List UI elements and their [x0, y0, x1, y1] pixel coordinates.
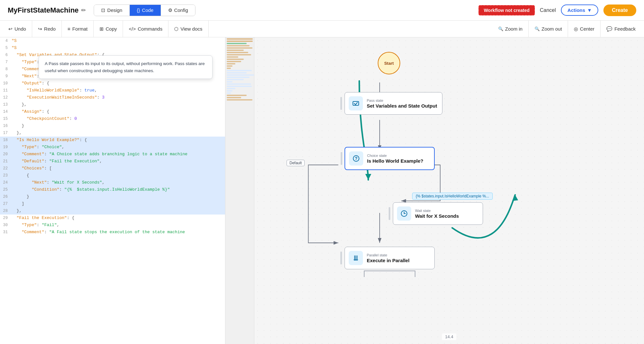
tooltip-box: A Pass state passes its input to its out… [39, 55, 213, 79]
start-label: Start [384, 61, 394, 66]
diagram-svg [254, 37, 644, 344]
choice-state-text: Choice state Is Hello World Example? [367, 154, 429, 164]
parallel-split-left [364, 271, 365, 277]
code-line: 17 }, [0, 129, 225, 137]
create-button[interactable]: Create [603, 5, 636, 16]
code-line: 16 } [0, 122, 225, 129]
code-line-highlighted: 19 "Type": "Choice", [0, 144, 225, 151]
code-line: 5 "S [0, 44, 225, 52]
copy-button[interactable]: ⊞ Copy [94, 21, 123, 37]
code-line-highlighted: 23 { [0, 172, 225, 179]
parallel-split-line [364, 271, 415, 271]
center-icon: ◎ [574, 26, 578, 32]
zoomout-icon: 🔍 [535, 26, 540, 31]
code-line-highlighted: 25 "Condition": "{% $states.input.IsHell… [0, 186, 225, 193]
toolbar-right: 🔍 Zoom in 🔍 Zoom out ◎ Center 💬 Feedback [492, 21, 641, 37]
app-title: MyFirstStateMachine [8, 6, 79, 14]
code-line-highlighted: 18 "Is Hello World Example?": { [0, 137, 225, 144]
drag-handle [389, 207, 390, 220]
code-line-highlighted: 28 }, [0, 207, 225, 215]
code-editor[interactable]: 4 "S 5 "S 6 "Set Variables and State Out… [0, 37, 225, 344]
feedback-button[interactable]: 💬 Feedback [601, 21, 641, 37]
commands-icon: </> [129, 26, 136, 32]
code-line: 12 "ExecutionWaitTimeInSeconds": 3 [0, 94, 225, 101]
code-line: 11 "IsHelloWorldExample": true, [0, 87, 225, 94]
code-line-highlighted: 22 "Choices": [ [0, 165, 225, 172]
header: MyFirstStateMachine ✏ ⊡ Design {} Code ⚙… [0, 0, 644, 21]
canvas-panel[interactable]: Start Pass state Set Variables and State… [254, 37, 644, 344]
pass-state-text: Pass state Set Variables and State Outpu… [367, 99, 437, 109]
code-line: 10 "Output": { [0, 80, 225, 87]
pass-state-node[interactable]: Pass state Set Variables and State Outpu… [345, 92, 442, 115]
main-area: A Pass state passes its input to its out… [0, 37, 644, 344]
undo-icon: ↩ [8, 26, 13, 32]
drag-handle [340, 252, 342, 264]
header-actions: Workflow not created Cancel Actions ▼ Cr… [478, 5, 636, 16]
parallel-state-text: Parallel state Execute in Parallel [367, 253, 429, 263]
cancel-button[interactable]: Cancel [540, 7, 556, 13]
zoomin-icon: 🔍 [498, 26, 503, 31]
code-line: 4 "S [0, 37, 225, 44]
undo-button[interactable]: ↩ Undo [3, 21, 32, 37]
actions-label: Actions [567, 7, 585, 13]
viewdocs-icon: ⬡ [174, 26, 178, 32]
edit-icon[interactable]: ✏ [81, 7, 86, 14]
code-line-highlighted: 27 ] [0, 200, 225, 207]
parallel-split-right [415, 271, 415, 277]
chevron-down-icon: ▼ [587, 7, 592, 13]
code-panel: A Pass state passes its input to its out… [0, 37, 225, 344]
format-icon: ≡ [68, 26, 71, 32]
drag-handle [340, 97, 342, 110]
tab-config[interactable]: ⚙ Config [161, 5, 195, 16]
center-button[interactable]: ◎ Center [568, 21, 601, 37]
tab-group: ⊡ Design {} Code ⚙ Config [94, 5, 195, 16]
parallel-state-icon [349, 251, 363, 265]
code-line: 29 "Fail the Execution": { [0, 215, 225, 222]
drag-handle [341, 152, 342, 165]
svg-text:?: ? [355, 156, 358, 161]
code-line-highlighted: 21 "Default": "Fail the Execution", [0, 158, 225, 165]
actions-button[interactable]: Actions ▼ [561, 5, 598, 16]
code-icon: {} [137, 7, 140, 13]
redo-icon: ↪ [38, 26, 42, 32]
wait-state-node[interactable]: Wait state Wait for X Seconds [393, 202, 483, 225]
tab-code[interactable]: {} Code [129, 5, 161, 16]
feedback-icon: 💬 [606, 26, 612, 32]
parallel-state-node[interactable]: Parallel state Execute in Parallel [345, 247, 435, 269]
config-icon: ⚙ [168, 7, 172, 13]
commands-button[interactable]: </> Commands [123, 21, 168, 37]
zoomin-button[interactable]: 🔍 Zoom in [492, 21, 529, 37]
code-line-highlighted: 24 "Next": "Wait for X Seconds", [0, 179, 225, 186]
design-icon: ⊡ [101, 7, 105, 13]
workflow-status: Workflow not created [478, 5, 535, 15]
toolbar: ↩ Undo ↪ Redo ≡ Format ⊞ Copy </> Comman… [0, 21, 644, 37]
pass-state-icon [349, 96, 363, 110]
zoom-indicator: 14.4 [442, 333, 456, 340]
code-line-highlighted: 26 } [0, 193, 225, 200]
code-line: 13 }, [0, 101, 225, 108]
default-label: Default [287, 160, 305, 166]
condition-label: {% $states.input.IsHelloWorldExample %..… [412, 193, 493, 200]
code-line: 14 "Assign": { [0, 108, 225, 115]
svg-marker-4 [512, 195, 518, 201]
viewdocs-button[interactable]: ⬡ View docs [168, 21, 208, 37]
code-line: 15 "CheckpointCount": 0 [0, 115, 225, 122]
wait-state-text: Wait state Wait for X Seconds [415, 209, 478, 219]
start-node[interactable]: Start [378, 52, 400, 74]
tooltip-text: A Pass state passes its input to its out… [45, 61, 205, 73]
format-button[interactable]: ≡ Format [62, 21, 94, 37]
code-line-highlighted: 20 "Comment": "A Choice state adds branc… [0, 151, 225, 158]
code-line: 31 "Comment": "A Fail state stops the ex… [0, 229, 225, 236]
tab-design[interactable]: ⊡ Design [94, 5, 129, 16]
svg-marker-3 [365, 174, 371, 180]
copy-icon: ⊞ [99, 26, 104, 32]
code-line: 30 "Type": "Fail", [0, 222, 225, 229]
choice-state-node[interactable]: ? Choice state Is Hello World Example? [345, 147, 435, 170]
choice-state-icon: ? [349, 151, 363, 166]
redo-button[interactable]: ↪ Redo [32, 21, 62, 37]
minimap [225, 37, 254, 344]
wait-state-icon [397, 206, 411, 221]
toolbar-left: ↩ Undo ↪ Redo ≡ Format ⊞ Copy </> Comman… [3, 21, 209, 37]
zoomout-button[interactable]: 🔍 Zoom out [529, 21, 568, 37]
